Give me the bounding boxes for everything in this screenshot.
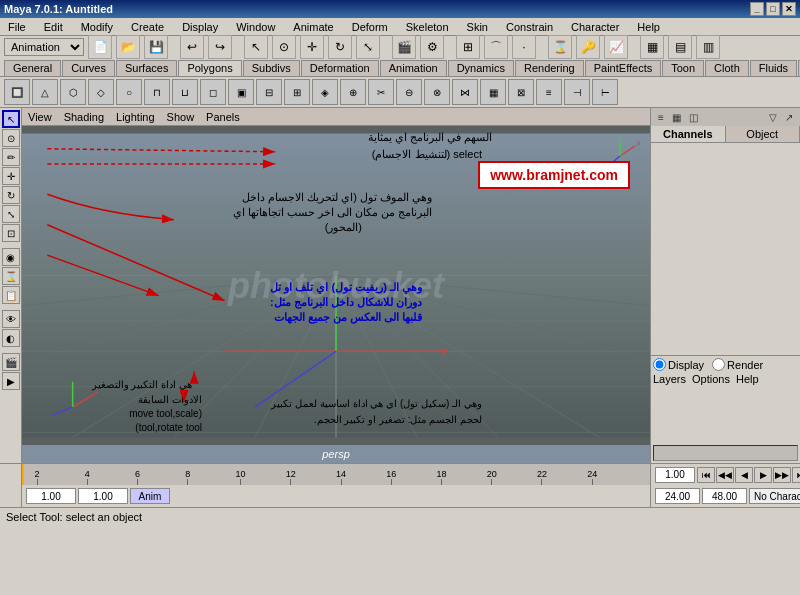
- layout-btn1[interactable]: ▦: [640, 35, 664, 59]
- layout-btn3[interactable]: ▥: [696, 35, 720, 59]
- left-hist-btn[interactable]: ⌛: [2, 267, 20, 285]
- vp-menu-shading[interactable]: Shading: [64, 111, 104, 123]
- redo-button[interactable]: ↪: [208, 35, 232, 59]
- shelf-icon-8[interactable]: ◻: [200, 79, 226, 105]
- rp-btn-grid[interactable]: ▦: [669, 112, 684, 123]
- lasso-select-button[interactable]: ⊙: [272, 35, 296, 59]
- play-back-btn[interactable]: ◀: [735, 467, 753, 483]
- shelf-tab-animation[interactable]: Animation: [380, 60, 447, 76]
- shelf-tab-polygons[interactable]: Polygons: [178, 60, 241, 76]
- shelf-tab-cloth[interactable]: Cloth: [705, 60, 749, 76]
- shelf-icon-6[interactable]: ⊓: [144, 79, 170, 105]
- shelf-icon-21[interactable]: ⊣: [564, 79, 590, 105]
- shelf-icon-22[interactable]: ⊢: [592, 79, 618, 105]
- shelf-icon-20[interactable]: ≡: [536, 79, 562, 105]
- shelf-icon-9[interactable]: ▣: [228, 79, 254, 105]
- shelf-icon-13[interactable]: ⊕: [340, 79, 366, 105]
- left-paint-btn[interactable]: ✏: [2, 148, 20, 166]
- layers-scrollbar[interactable]: [653, 445, 798, 461]
- vp-menu-lighting[interactable]: Lighting: [116, 111, 155, 123]
- menu-create[interactable]: Create: [127, 20, 168, 34]
- shelf-icon-2[interactable]: △: [32, 79, 58, 105]
- rp-btn-filter[interactable]: ▽: [766, 112, 780, 123]
- rotate-tool-button[interactable]: ↻: [328, 35, 352, 59]
- left-soft-btn[interactable]: ◉: [2, 248, 20, 266]
- snap-grid-button[interactable]: ⊞: [456, 35, 480, 59]
- left-move-btn[interactable]: ✛: [2, 167, 20, 185]
- open-scene-button[interactable]: 📂: [116, 35, 140, 59]
- layers-menu-item[interactable]: Layers: [653, 373, 686, 385]
- pb-end-frame-input[interactable]: [655, 488, 700, 504]
- animation-mode-select[interactable]: Animation: [4, 38, 84, 56]
- shelf-icon-7[interactable]: ⊔: [172, 79, 198, 105]
- current-frame-input[interactable]: [655, 467, 695, 483]
- left-ipr-btn[interactable]: ▶: [2, 372, 20, 390]
- menu-deform[interactable]: Deform: [348, 20, 392, 34]
- range-end-input[interactable]: [78, 488, 128, 504]
- rp-btn-list[interactable]: ≡: [655, 112, 667, 123]
- move-tool-button[interactable]: ✛: [300, 35, 324, 59]
- new-scene-button[interactable]: 📄: [88, 35, 112, 59]
- menu-skeleton[interactable]: Skeleton: [402, 20, 453, 34]
- shelf-tab-surfaces[interactable]: Surfaces: [116, 60, 177, 76]
- left-select-btn[interactable]: ↖: [2, 110, 20, 128]
- vp-menu-panels[interactable]: Panels: [206, 111, 240, 123]
- shelf-icon-11[interactable]: ⊞: [284, 79, 310, 105]
- shelf-tab-fluids[interactable]: Fluids: [750, 60, 797, 76]
- left-hide-btn[interactable]: ◐: [2, 329, 20, 347]
- left-manip-btn[interactable]: ⊡: [2, 224, 20, 242]
- left-rotate-btn[interactable]: ↻: [2, 186, 20, 204]
- shelf-icon-18[interactable]: ▦: [480, 79, 506, 105]
- play-fwd-btn[interactable]: ▶: [754, 467, 772, 483]
- menu-skin[interactable]: Skin: [463, 20, 492, 34]
- shelf-tab-subdivs[interactable]: Subdivs: [243, 60, 300, 76]
- step-fwd-btn[interactable]: ▶▶: [773, 467, 791, 483]
- layout-btn2[interactable]: ▤: [668, 35, 692, 59]
- render-button[interactable]: 🎬: [392, 35, 416, 59]
- shelf-icon-16[interactable]: ⊗: [424, 79, 450, 105]
- shelf-icon-19[interactable]: ⊠: [508, 79, 534, 105]
- close-button[interactable]: ✕: [782, 2, 796, 16]
- char-set-select[interactable]: No Character Set: [749, 488, 800, 504]
- step-back-btn[interactable]: ◀◀: [716, 467, 734, 483]
- menu-display[interactable]: Display: [178, 20, 222, 34]
- left-lasso-btn[interactable]: ⊙: [2, 129, 20, 147]
- save-scene-button[interactable]: 💾: [144, 35, 168, 59]
- shelf-icon-10[interactable]: ⊟: [256, 79, 282, 105]
- options-menu-item[interactable]: Options: [692, 373, 730, 385]
- shelf-icon-17[interactable]: ⋈: [452, 79, 478, 105]
- shelf-tab-toon[interactable]: Toon: [662, 60, 704, 76]
- shelf-icon-12[interactable]: ◈: [312, 79, 338, 105]
- viewport-3d[interactable]: X Y Z photobucket www.bramjnet.com السهم…: [22, 126, 650, 445]
- menu-edit[interactable]: Edit: [40, 20, 67, 34]
- display-radio[interactable]: [653, 358, 666, 371]
- menu-constrain[interactable]: Constrain: [502, 20, 557, 34]
- snap-point-button[interactable]: ·: [512, 35, 536, 59]
- left-show-btn[interactable]: 👁: [2, 310, 20, 328]
- menu-character[interactable]: Character: [567, 20, 623, 34]
- maximize-button[interactable]: □: [766, 2, 780, 16]
- menu-help[interactable]: Help: [633, 20, 664, 34]
- timeline-bar[interactable]: 2 4 6 8 10 12 14 16 18 20 22: [22, 464, 650, 485]
- undo-button[interactable]: ↩: [180, 35, 204, 59]
- snap-curve-button[interactable]: ⌒: [484, 35, 508, 59]
- graph-editor-button[interactable]: 📈: [604, 35, 628, 59]
- keying-button[interactable]: 🔑: [576, 35, 600, 59]
- go-end-btn[interactable]: ⏭: [792, 467, 800, 483]
- shelf-tab-painteffects[interactable]: PaintEffects: [585, 60, 662, 76]
- left-clip-btn[interactable]: 📋: [2, 286, 20, 304]
- help-menu-item[interactable]: Help: [736, 373, 759, 385]
- vp-menu-view[interactable]: View: [28, 111, 52, 123]
- rp-btn-expand[interactable]: ↗: [782, 112, 796, 123]
- range-start-input[interactable]: [26, 488, 76, 504]
- left-scale-btn[interactable]: ⤡: [2, 205, 20, 223]
- go-start-btn[interactable]: ⏮: [697, 467, 715, 483]
- left-render-btn[interactable]: 🎬: [2, 353, 20, 371]
- shelf-icon-5[interactable]: ○: [116, 79, 142, 105]
- menu-window[interactable]: Window: [232, 20, 279, 34]
- render-settings-button[interactable]: ⚙: [420, 35, 444, 59]
- render-radio[interactable]: [712, 358, 725, 371]
- menu-modify[interactable]: Modify: [77, 20, 117, 34]
- shelf-tab-deformation[interactable]: Deformation: [301, 60, 379, 76]
- shelf-tab-rendering[interactable]: Rendering: [515, 60, 584, 76]
